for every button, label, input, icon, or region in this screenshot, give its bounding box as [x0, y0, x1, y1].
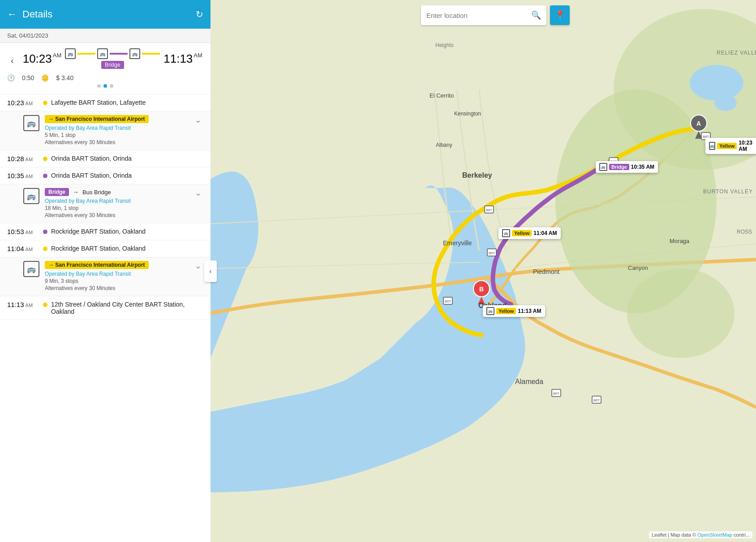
- trip-dot-1[interactable]: [103, 84, 107, 88]
- stop-row-rockridge-1: 10:53 AM Rockridge BART Station, Oakland: [0, 223, 210, 240]
- chevron-4[interactable]: ⌄: [193, 261, 203, 271]
- osm-link[interactable]: OpenStreetMap: [697, 532, 732, 538]
- search-box[interactable]: 🔍: [421, 5, 546, 25]
- svg-text:BRT: BRT: [553, 392, 560, 395]
- clock-icon: 🕐: [7, 74, 15, 81]
- svg-text:B: B: [479, 286, 484, 293]
- popup-icon-1023: 🚌: [709, 142, 715, 150]
- route-row-0: 🚌 → San Francisco International Airport …: [23, 115, 203, 145]
- stop-time-5: 11:13 AM: [7, 301, 43, 308]
- popup-yellow-1023: 🚌 Yellow 10:23 AM: [705, 138, 756, 154]
- svg-text:Berkeley: Berkeley: [462, 171, 492, 179]
- popup-badge-bridge: Bridge: [609, 164, 629, 170]
- route-icon-2: 🚌: [23, 188, 39, 204]
- timeline-dot-0: [43, 101, 47, 105]
- route-dest-2: Bus Bridge: [82, 189, 111, 196]
- chevron-0[interactable]: ⌄: [193, 115, 203, 125]
- route-row-4: 🚌 → San Francisco International Airport …: [23, 261, 203, 291]
- chevron-left-icon: ‹: [209, 267, 211, 275]
- popup-yellow-1113: 🚌 Yellow 11:13 AM: [483, 305, 545, 317]
- bart-icon-1: 🚌: [65, 48, 76, 59]
- svg-text:Canyon: Canyon: [628, 265, 648, 271]
- leaflet-label: Leaflet: [652, 532, 666, 538]
- svg-text:BURTON VALLEY: BURTON VALLEY: [703, 188, 753, 195]
- trip-dot-2[interactable]: [110, 84, 113, 88]
- trip-line: 🚌 🚌 🚌: [65, 48, 160, 59]
- route-detail-0: 🚌 → San Francisco International Airport …: [0, 111, 210, 150]
- stop-time-2: 10:35 AM: [7, 172, 43, 179]
- svg-text:BRT: BRT: [593, 399, 600, 402]
- location-button[interactable]: 📍: [550, 5, 570, 25]
- svg-point-5: [714, 95, 737, 111]
- popup-time-1113: 11:13 AM: [518, 308, 541, 314]
- route-badge-row-2: Bridge → Bus Bridge: [45, 188, 193, 196]
- date-bar: Sat, 04/01/2023: [0, 29, 210, 43]
- trip-summary: ‹ 10:23AM 🚌 🚌 🚌 Bridge: [0, 43, 210, 94]
- svg-text:Emeryville: Emeryville: [443, 239, 472, 247]
- stop-row-orinda-1: 10:28 AM Orinda BART Station, Orinda: [0, 150, 210, 167]
- search-input[interactable]: [426, 12, 531, 19]
- bart-icon-3: 🚌: [129, 48, 140, 59]
- stop-name-2: Orinda BART Station, Orinda: [51, 172, 203, 179]
- route-detail-2: 🚌 Bridge → Bus Bridge Operated by Bay Ar…: [0, 184, 210, 223]
- route-badge-row-4: → San Francisco International Airport: [45, 261, 193, 269]
- bridge-badge: Bridge: [101, 61, 124, 69]
- chevron-2[interactable]: ⌄: [193, 188, 203, 198]
- timeline-dot-1: [43, 157, 47, 161]
- timeline-dot-5: [43, 303, 47, 307]
- stop-name-4: Rockridge BART Station, Oakland: [51, 245, 203, 252]
- back-button[interactable]: ←: [7, 9, 17, 20]
- svg-text:Albany: Albany: [436, 142, 452, 148]
- stops-list: 10:23 AM Lafayette BART Station, Lafayet…: [0, 94, 210, 542]
- arrive-time: 11:13AM: [163, 52, 202, 66]
- svg-text:Kensington: Kensington: [454, 111, 481, 117]
- stop-time-3: 10:53 AM: [7, 228, 43, 235]
- route-operated-0: Operated by Bay Area Rapid Transit: [45, 125, 193, 131]
- timeline-dot-3: [43, 230, 47, 234]
- left-panel: ← Details ↻ Sat, 04/01/2023 ‹ 10:23AM 🚌 …: [0, 0, 210, 542]
- route-alt-0: Alternatives every 30 Minutes: [45, 139, 193, 145]
- route-info-0: → San Francisco International Airport Op…: [45, 115, 193, 145]
- stop-row-rockridge-2: 11:04 AM Rockridge BART Station, Oakland: [0, 240, 210, 257]
- trip-line-container: 🚌 🚌 🚌 Bridge: [65, 48, 160, 69]
- route-icon-4: 🚌: [23, 261, 39, 277]
- route-badge-yellow-4: → San Francisco International Airport: [45, 261, 149, 269]
- route-badge-bridge: Bridge: [45, 188, 69, 196]
- bart-icon-2: 🚌: [97, 48, 108, 59]
- refresh-button[interactable]: ↻: [196, 9, 203, 20]
- collapse-panel-button[interactable]: ‹: [204, 260, 217, 282]
- yellow-segment-2: [142, 53, 160, 55]
- svg-text:A: A: [696, 120, 701, 127]
- coin-icon: 🪙: [41, 74, 49, 81]
- svg-text:BRT: BRT: [489, 252, 495, 255]
- next-trip-button[interactable]: ›: [208, 54, 210, 68]
- svg-text:Moraga: Moraga: [670, 238, 690, 244]
- stop-row-12th: 11:13 AM 12th Street / Oakland City Cent…: [0, 296, 210, 320]
- popup-badge-yellow-1104: Yellow: [512, 230, 532, 236]
- route-info-4: → San Francisco International Airport Op…: [45, 261, 193, 291]
- trip-dots: [7, 81, 203, 90]
- svg-text:ROSS: ROSS: [737, 229, 752, 235]
- date-label: Sat, 04/01/2023: [7, 32, 48, 39]
- route-arrow-2: →: [73, 188, 79, 196]
- trip-dot-0[interactable]: [97, 84, 101, 88]
- stop-time-4: 11:04 AM: [7, 245, 43, 252]
- popup-badge-yellow-1113: Yellow: [496, 308, 516, 314]
- popup-badge-yellow-1023: Yellow: [717, 143, 737, 149]
- popup-icon-1104: 🚌: [502, 229, 510, 237]
- prev-trip-button[interactable]: ‹: [7, 54, 17, 68]
- route-badge-row-0: → San Francisco International Airport: [45, 115, 193, 123]
- route-alt-2: Alternatives every 30 Minutes: [45, 212, 193, 218]
- route-detail-4: 🚌 → San Francisco International Airport …: [0, 257, 210, 296]
- route-row-2: 🚌 Bridge → Bus Bridge Operated by Bay Ar…: [23, 188, 203, 218]
- search-icon: 🔍: [531, 10, 541, 20]
- stop-name-1: Orinda BART Station, Orinda: [51, 155, 203, 162]
- route-operated-2: Operated by Bay Area Rapid Transit: [45, 198, 193, 204]
- trip-times-row: 10:23AM 🚌 🚌 🚌 Bridge 11:13AM: [17, 48, 208, 69]
- route-icon-0: 🚌: [23, 115, 39, 131]
- popup-time-1023: 10:23 AM: [739, 140, 754, 152]
- stop-time-1: 10:28 AM: [7, 155, 43, 162]
- yellow-segment: [77, 53, 95, 55]
- purple-segment: [110, 53, 128, 55]
- svg-text:Alameda: Alameda: [515, 378, 543, 385]
